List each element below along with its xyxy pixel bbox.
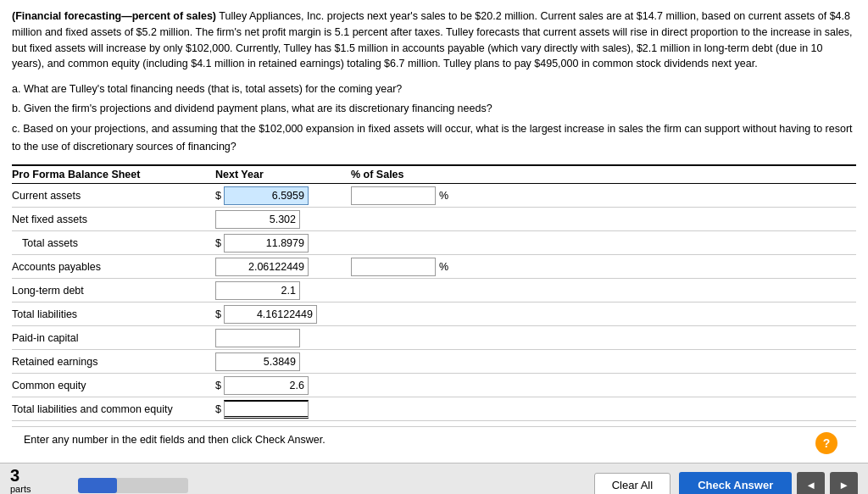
question-a: a. What are Tulley's total financing nee… xyxy=(12,80,856,98)
col-header-next: Next Year xyxy=(215,169,351,180)
row-accounts-payables: Accounts payables % xyxy=(12,255,856,279)
input-retained-earnings[interactable] xyxy=(215,352,300,371)
label-current-assets: Current assets xyxy=(12,190,215,202)
row-retained-earnings: Retained earnings xyxy=(12,350,856,374)
row-current-assets: Current assets $ % xyxy=(12,184,856,208)
progress-bar-bg xyxy=(78,478,188,493)
input-cell-common-equity: $ xyxy=(215,376,351,395)
row-long-term-debt: Long-term debt xyxy=(12,279,856,303)
input-cell-accounts-payables xyxy=(215,258,351,276)
input-long-term-debt[interactable] xyxy=(215,281,300,300)
input-total-assets[interactable] xyxy=(224,234,309,253)
label-paid-in-capital: Paid-in capital xyxy=(12,332,215,344)
question-b: b. Given the firm's projections and divi… xyxy=(12,100,856,118)
parts-label: parts remaining xyxy=(10,484,70,495)
input-net-fixed-assets[interactable] xyxy=(215,210,300,229)
problem-title: (Financial forecasting—percent of sales) xyxy=(12,10,216,22)
input-accounts-payables[interactable] xyxy=(215,258,309,276)
label-common-equity: Common equity xyxy=(12,380,215,391)
right-actions: Check Answer ◄ ► xyxy=(679,472,858,494)
prev-button[interactable]: ◄ xyxy=(797,472,825,494)
input-cell-paid-in-capital xyxy=(215,329,351,347)
questions-section: a. What are Tulley's total financing nee… xyxy=(12,80,856,156)
pct-cell-accounts-payables: % xyxy=(351,258,487,276)
row-total-liabilities: Total liabilities $ xyxy=(12,303,856,326)
check-answer-button[interactable]: Check Answer xyxy=(679,472,792,494)
col-header-label: Pro Forma Balance Sheet xyxy=(12,169,215,180)
input-cell-net-fixed-assets xyxy=(215,210,351,229)
input-paid-in-capital[interactable] xyxy=(215,329,300,347)
footer-instruction: Enter any number in the edit fields and … xyxy=(12,426,856,449)
table-header: Pro Forma Balance Sheet Next Year % of S… xyxy=(12,166,856,184)
row-net-fixed-assets: Net fixed assets xyxy=(12,208,856,231)
input-cell-total-liabilities-equity: $ xyxy=(215,400,351,419)
pct-cell-current-assets: % xyxy=(351,186,487,205)
progress-bar-container xyxy=(78,478,188,493)
input-cell-current-assets: $ xyxy=(215,186,351,205)
input-common-equity[interactable] xyxy=(224,376,309,395)
bottom-bar: 3 parts remaining Clear All Check Answer… xyxy=(0,463,868,494)
parts-number: 3 xyxy=(10,467,70,484)
progress-bar-fill xyxy=(78,478,117,493)
clear-all-button[interactable]: Clear All xyxy=(594,473,670,494)
input-total-liabilities[interactable] xyxy=(224,305,317,324)
input-cell-total-assets: $ xyxy=(215,234,351,253)
input-total-liabilities-equity[interactable] xyxy=(224,400,309,419)
question-c: c. Based on your projections, and assumi… xyxy=(12,120,856,157)
label-accounts-payables: Accounts payables xyxy=(12,261,215,273)
col-header-pct: % of Sales xyxy=(351,169,487,180)
pct-input-accounts-payables[interactable] xyxy=(351,258,436,276)
input-cell-total-liabilities: $ xyxy=(215,305,351,324)
label-total-assets: Total assets xyxy=(12,237,215,249)
row-total-assets: Total assets $ xyxy=(12,231,856,255)
next-button[interactable]: ► xyxy=(830,472,858,494)
parts-info: 3 parts remaining xyxy=(10,467,70,495)
label-retained-earnings: Retained earnings xyxy=(12,356,215,368)
input-current-assets[interactable] xyxy=(224,186,309,205)
pct-input-current-assets[interactable] xyxy=(351,186,436,205)
label-long-term-debt: Long-term debt xyxy=(12,285,215,297)
row-common-equity: Common equity $ xyxy=(12,374,856,397)
input-cell-retained-earnings xyxy=(215,352,351,371)
label-net-fixed-assets: Net fixed assets xyxy=(12,214,215,225)
label-total-liabilities-equity: Total liabilities and common equity xyxy=(12,403,215,415)
label-total-liabilities: Total liabilities xyxy=(12,308,215,320)
pro-forma-table: Pro Forma Balance Sheet Next Year % of S… xyxy=(12,164,856,421)
help-button[interactable]: ? xyxy=(815,432,837,454)
problem-text: (Financial forecasting—percent of sales)… xyxy=(12,8,856,72)
input-cell-long-term-debt xyxy=(215,281,351,300)
row-paid-in-capital: Paid-in capital xyxy=(12,326,856,350)
row-total-liabilities-equity: Total liabilities and common equity $ xyxy=(12,397,856,421)
